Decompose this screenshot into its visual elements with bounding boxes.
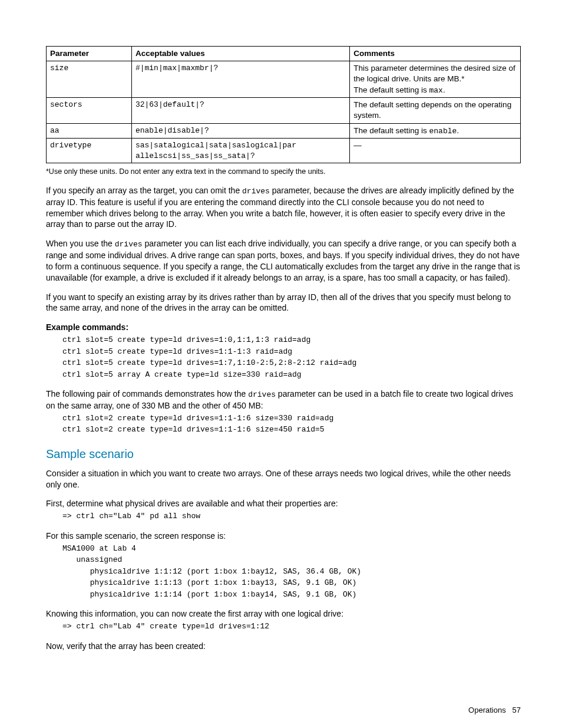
paragraph: Knowing this information, you can now cr… bbox=[46, 608, 521, 620]
cell-comment: — bbox=[350, 139, 521, 163]
page-footer: Operations 57 bbox=[46, 705, 521, 716]
paragraph: If you specify an array as the target, y… bbox=[46, 185, 521, 230]
cell-values: sas|satalogical|sata|saslogical|par alle… bbox=[131, 139, 349, 163]
cell-values: 32|63|default|? bbox=[131, 98, 349, 123]
cell-param: sectors bbox=[47, 98, 132, 123]
paragraph: Now, verify that the array has been crea… bbox=[46, 641, 521, 652]
cell-comment: The default setting is enable. bbox=[350, 123, 521, 139]
table-row: drivetype sas|satalogical|sata|saslogica… bbox=[47, 139, 521, 163]
section-heading: Sample scenario bbox=[46, 446, 521, 462]
code-block: MSA1000 at Lab 4 unassigned physicaldriv… bbox=[62, 543, 521, 601]
paragraph: When you use the drives parameter you ca… bbox=[46, 238, 521, 283]
paragraph: First, determine what physical drives ar… bbox=[46, 498, 521, 509]
cell-comment: This parameter determines the desired si… bbox=[350, 61, 521, 98]
paragraph: Consider a situation in which you want t… bbox=[46, 468, 521, 490]
code-block: => ctrl ch="Lab 4" pd all show bbox=[62, 510, 521, 522]
code-block: => ctrl ch="Lab 4" create type=ld drives… bbox=[62, 621, 521, 633]
footer-page-number: 57 bbox=[513, 706, 521, 714]
code-block: ctrl slot=5 create type=ld drives=1:0,1:… bbox=[62, 334, 521, 380]
cell-param: aa bbox=[47, 123, 132, 139]
cell-comment: The default setting depends on the opera… bbox=[350, 98, 521, 123]
parameter-table: Parameter Acceptable values Comments siz… bbox=[46, 46, 521, 163]
table-row: size #|min|max|maxmbr|? This parameter d… bbox=[47, 61, 521, 98]
cell-param: drivetype bbox=[47, 139, 132, 163]
example-heading: Example commands: bbox=[46, 322, 521, 333]
table-row: sectors 32|63|default|? The default sett… bbox=[47, 98, 521, 123]
th-values: Acceptable values bbox=[131, 47, 349, 61]
cell-values: enable|disable|? bbox=[131, 123, 349, 139]
th-parameter: Parameter bbox=[47, 47, 132, 61]
paragraph: The following pair of commands demonstra… bbox=[46, 388, 521, 411]
table-footnote: *Use only these units. Do not enter any … bbox=[46, 167, 521, 177]
footer-section: Operations bbox=[468, 706, 506, 714]
paragraph: For this sample scenario, the screen res… bbox=[46, 531, 521, 542]
table-row: aa enable|disable|? The default setting … bbox=[47, 123, 521, 139]
cell-values: #|min|max|maxmbr|? bbox=[131, 61, 349, 98]
code-block: ctrl slot=2 create type=ld drives=1:1-1:… bbox=[62, 413, 521, 436]
paragraph: If you want to specify an existing array… bbox=[46, 292, 521, 314]
cell-param: size bbox=[47, 61, 132, 98]
th-comments: Comments bbox=[350, 47, 521, 61]
